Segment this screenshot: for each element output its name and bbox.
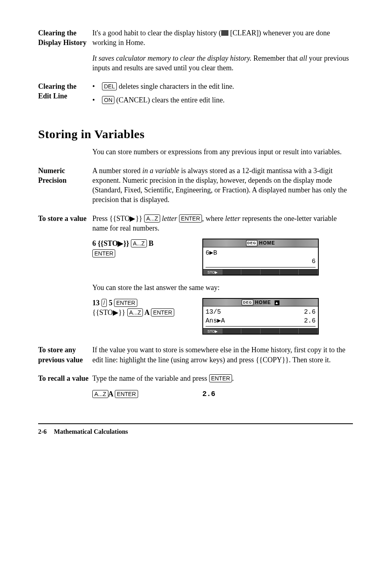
screen-separator <box>206 267 316 267</box>
result-value: 2.6 <box>202 390 215 398</box>
on-key: ON <box>102 96 114 104</box>
footer: 2-6Mathematical Calculations <box>38 427 353 436</box>
softkey <box>241 270 261 275</box>
bullet-icon: • <box>92 82 102 91</box>
side-label: Clearing the Edit Line <box>38 82 92 109</box>
section-numeric-precision: Numeric Precision A number stored in a v… <box>38 166 353 210</box>
up-arrow-icon: ▲ <box>275 300 279 305</box>
side-label: To store a value <box>38 214 92 342</box>
screen-softkey-menu: STO▶ <box>203 269 318 275</box>
enter-key: ENTER <box>114 299 137 307</box>
bullet-item: • ON (CANCEL) clears the entire edit lin… <box>92 95 353 105</box>
section-store-any-previous: To store any previous value If the value… <box>38 345 353 370</box>
paragraph: A number stored in a variable is always … <box>92 166 353 205</box>
page-number: 2-6 <box>38 428 47 435</box>
calculator-screen: DEGHOME 6▶B 6 STO▶ <box>202 239 319 275</box>
side-label: Clearing the Display History <box>38 28 92 78</box>
az-key: A...Z <box>127 308 143 316</box>
section-recall-value: To recall a value Type the name of the v… <box>38 374 353 406</box>
softkey <box>241 329 261 334</box>
side-label: To recall a value <box>38 374 92 406</box>
paragraph: It saves calculator memory to clear the … <box>92 53 353 73</box>
section-to-store-value: To store a value Press {{STO▶}} A...Z le… <box>38 214 353 342</box>
screen-row: 13/5 2.6 <box>206 308 316 317</box>
softkey <box>261 329 280 334</box>
del-key: DEL <box>102 82 117 90</box>
softkey <box>299 270 318 275</box>
softkey: STO▶ <box>203 270 222 275</box>
paragraph: Press {{STO▶}} A...Z letter ENTER, where… <box>92 214 353 233</box>
enter-key: ENTER <box>115 390 138 398</box>
softkey <box>261 270 280 275</box>
softkey <box>222 329 242 334</box>
side-label: Numeric Precision <box>38 166 92 210</box>
example-store-6-to-b: 6 {{STO▶}} A...Z B ENTER DEGHOME 6▶B <box>92 239 353 275</box>
bullet-icon: • <box>92 95 102 105</box>
enter-key: ENTER <box>179 214 202 223</box>
paragraph: If the value you want to store is somewh… <box>92 345 353 365</box>
section-clearing-display-history: Clearing the Display History It's a good… <box>38 28 353 78</box>
az-key: A...Z <box>92 390 108 398</box>
side-label: To store any previous value <box>38 345 92 370</box>
footer-rule: 2-6Mathematical Calculations <box>38 423 353 436</box>
calculator-screen: DEGHOME ▲ 13/5 2.6 Ans▶A 2.6 STO▶ <box>202 298 319 335</box>
deg-indicator: DEG <box>246 240 258 246</box>
section-clearing-edit-line: Clearing the Edit Line • DEL deletes sin… <box>38 82 353 109</box>
enter-key: ENTER <box>151 308 174 316</box>
softkey <box>280 270 299 275</box>
softkey: STO▶ <box>203 329 222 334</box>
deg-indicator: DEG <box>242 300 253 305</box>
paragraph: Type the name of the variable and press … <box>92 374 353 383</box>
example-store-ans-to-a: 13 / 5 ENTER {{STO▶}} A...Z A ENTER DEGH… <box>92 298 353 335</box>
az-key: A...Z <box>131 239 147 247</box>
softkey <box>299 329 318 334</box>
footer-title: Mathematical Calculations <box>54 428 128 435</box>
softkey <box>222 270 242 275</box>
bullet-item: • DEL deletes single characters in the e… <box>92 82 353 91</box>
az-key: A...Z <box>144 214 160 223</box>
example-recall-a: A...ZA ENTER 2.6 <box>92 389 353 399</box>
slash-key: / <box>102 299 107 307</box>
heading-storing-in-variables: Storing in Variables <box>38 126 353 143</box>
section-intro: You can store numbers or expressions fro… <box>38 147 353 162</box>
screen-row: Ans▶A 2.6 <box>206 317 316 326</box>
paragraph: You can store numbers or expressions fro… <box>92 147 353 157</box>
screen-softkey-menu: STO▶ <box>203 328 318 334</box>
shift-key-icon <box>221 30 228 36</box>
softkey <box>280 329 299 334</box>
screen-row: 6▶B <box>206 249 316 258</box>
paragraph: You can store the last answer the same w… <box>92 283 353 292</box>
screen-row: 6 <box>206 257 316 266</box>
screen-title-bar: DEGHOME ▲ <box>203 299 318 306</box>
screen-title-bar: DEGHOME <box>203 239 318 247</box>
screen-separator <box>206 326 316 327</box>
enter-key: ENTER <box>209 374 232 382</box>
enter-key: ENTER <box>92 249 115 257</box>
paragraph: It's a good habit to clear the display h… <box>92 28 353 48</box>
